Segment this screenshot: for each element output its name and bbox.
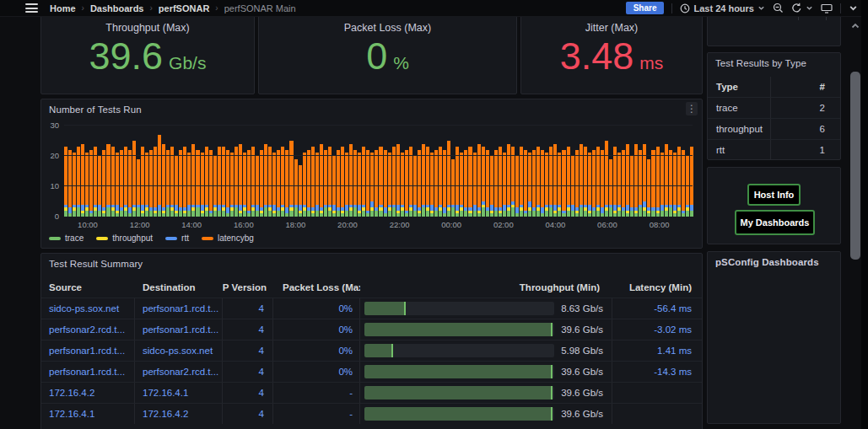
- scrollbar-up-arrow[interactable]: [849, 20, 861, 32]
- col-ip-version[interactable]: IP Version: [223, 277, 273, 298]
- bar-segment-latencybg: [128, 150, 132, 207]
- bar-segment-trace: [499, 213, 502, 217]
- legend-item-throughput[interactable]: throughput: [96, 233, 153, 243]
- bar-segment-latencybg: [353, 150, 357, 205]
- host-info-button[interactable]: Host Info: [747, 184, 801, 206]
- bar-segment-trace: [392, 207, 396, 217]
- cell-source[interactable]: 172.16.4.2: [41, 383, 135, 403]
- cell-source[interactable]: 172.16.4.1: [41, 404, 135, 424]
- bar-segment-latencybg: [473, 153, 477, 204]
- chevron-down-icon[interactable]: [849, 3, 858, 13]
- cell-destination[interactable]: perfsonar2.rcd.t...: [135, 362, 223, 382]
- col-source[interactable]: Source: [41, 277, 135, 298]
- bar-segment-latencybg: [669, 150, 672, 205]
- types-table-row: trace2: [708, 97, 840, 118]
- bar: [375, 126, 378, 217]
- breadcrumb-item[interactable]: perfSONAR: [159, 3, 210, 13]
- col-count[interactable]: #: [771, 82, 840, 92]
- col-latency[interactable]: Latency (Min): [612, 277, 702, 298]
- bar-segment-trace: [191, 211, 195, 217]
- menu-icon[interactable]: [25, 3, 38, 13]
- bar-segment-trace: [345, 211, 348, 217]
- legend-item-trace[interactable]: trace: [49, 233, 84, 243]
- bar-segment-trace: [634, 213, 638, 217]
- bar-segment-latencybg: [154, 147, 157, 207]
- bar-segment-latencybg: [260, 150, 263, 207]
- bar-segment-latencybg: [528, 153, 531, 201]
- breadcrumb-item[interactable]: Dashboards: [90, 3, 144, 13]
- bar-segment-latencybg: [388, 153, 391, 204]
- stat-panel-jitter: Jitter (Max) 3.48 ms: [520, 13, 703, 94]
- cell-destination[interactable]: perfsonar1.rcd.t...: [135, 319, 223, 340]
- bar: [413, 126, 417, 217]
- bar-segment-rtt: [158, 205, 161, 211]
- bar-segment-trace: [358, 213, 361, 217]
- zoom-out-button[interactable]: [773, 3, 784, 13]
- panel-title: Number of Tests Run: [49, 105, 142, 115]
- bar: [456, 126, 459, 217]
- x-axis-tick: 12:00: [130, 220, 150, 229]
- legend-item-latencybg[interactable]: latencybg: [202, 233, 254, 243]
- bar: [89, 126, 93, 217]
- cell-latency: -14.3 ms: [612, 362, 702, 382]
- share-button[interactable]: Share: [626, 2, 665, 14]
- bar: [128, 126, 132, 217]
- cell-ip-version: 4: [223, 404, 273, 424]
- table-row: sidco-ps.sox.netperfsonar1.rcd.t...40%8.…: [41, 298, 702, 319]
- col-throughput[interactable]: Throughput (Min): [360, 277, 612, 298]
- cell-destination[interactable]: sidco-ps.sox.net: [135, 341, 223, 361]
- cell-destination[interactable]: 172.16.4.1: [135, 383, 223, 403]
- bar-segment-latencybg: [477, 144, 481, 208]
- cell-throughput-gauge: 39.6 Gb/s: [360, 319, 612, 340]
- bar-segment-latencybg: [345, 153, 348, 204]
- bar-segment-trace: [128, 213, 132, 217]
- bar-segment-rtt: [490, 205, 493, 211]
- bar-segment-trace: [353, 207, 357, 217]
- bar: [213, 126, 217, 217]
- bar-segment-trace: [294, 207, 298, 217]
- bar-segment-trace: [464, 211, 467, 217]
- kebab-menu-icon[interactable]: ⋮: [686, 102, 698, 115]
- bar: [124, 126, 127, 217]
- cell-source[interactable]: perfsonar1.rcd.t...: [41, 341, 135, 361]
- x-axis-tick: 18:00: [286, 220, 306, 229]
- cell-source[interactable]: perfsonar2.rcd.t...: [41, 319, 135, 340]
- refresh-button[interactable]: [791, 3, 813, 13]
- cell-source[interactable]: sidco-ps.sox.net: [41, 298, 135, 319]
- bar-segment-rtt: [128, 207, 132, 213]
- x-axis-tick: 20:00: [337, 220, 358, 229]
- cell-packet-loss: 0%: [273, 341, 360, 361]
- legend-item-rtt[interactable]: rtt: [165, 233, 189, 243]
- tv-mode-button[interactable]: [821, 3, 833, 13]
- bar: [558, 126, 561, 217]
- bar: [596, 126, 600, 217]
- bar-segment-latencybg: [149, 150, 153, 207]
- bar-segment-trace: [320, 213, 323, 217]
- bar-segment-rtt: [68, 207, 72, 213]
- bar: [341, 126, 344, 217]
- bar: [647, 126, 650, 217]
- col-type[interactable]: Type: [708, 77, 771, 97]
- cell-source[interactable]: perfsonar1.rcd.t...: [41, 362, 135, 382]
- bar: [243, 126, 246, 217]
- bar: [515, 126, 519, 217]
- stat-title: Throughput (Max): [105, 22, 189, 34]
- col-destination[interactable]: Destination: [135, 277, 223, 298]
- bar: [430, 126, 434, 217]
- bar-segment-latencybg: [132, 141, 136, 205]
- breadcrumb-item[interactable]: Home: [50, 3, 76, 13]
- bar: [226, 126, 229, 217]
- x-axis-tick: 00:00: [441, 220, 461, 229]
- bar-segment-latencybg: [503, 153, 506, 204]
- bar: [98, 126, 101, 217]
- bar: [179, 126, 182, 217]
- cell-destination[interactable]: perfsonar1.rcd.t...: [135, 298, 223, 319]
- time-range-picker[interactable]: Last 24 hours: [680, 3, 765, 13]
- bar-segment-latencybg: [137, 159, 140, 205]
- cell-destination[interactable]: 172.16.4.2: [135, 404, 223, 424]
- col-packet-loss[interactable]: Packet Loss (Max): [273, 277, 360, 298]
- scrollbar-thumb[interactable]: [850, 72, 860, 260]
- bar-segment-trace: [665, 211, 668, 217]
- bar-segment-latencybg: [541, 150, 544, 207]
- my-dashboards-button[interactable]: My Dashboards: [735, 210, 815, 235]
